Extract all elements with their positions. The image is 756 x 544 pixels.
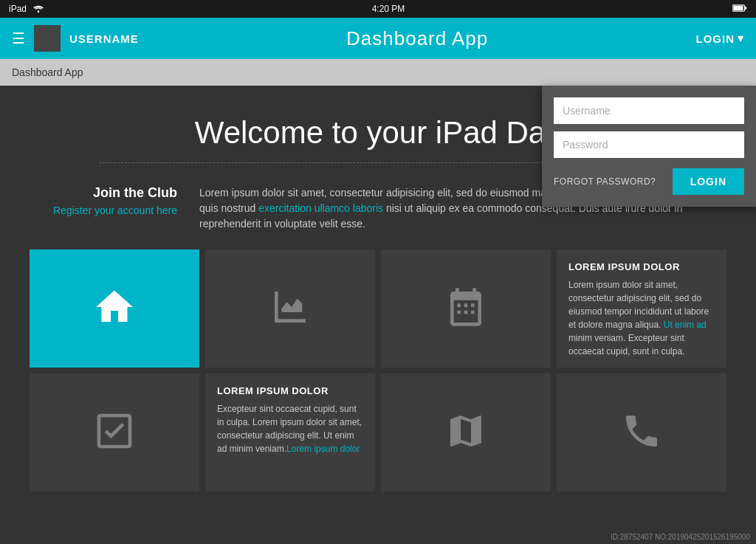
svg-point-0 [38,10,40,13]
grid-item-chart[interactable] [205,249,375,368]
status-time: 4:20 PM [372,4,405,14]
username-input[interactable] [554,97,744,124]
battery-icon [732,4,747,15]
phone-icon [621,410,662,455]
login-submit-button[interactable]: LOGIN [673,168,744,195]
svg-rect-2 [745,7,747,9]
status-right [732,4,747,15]
join-left: Join the Club Register your account here [30,185,177,232]
status-left: iPad [9,4,44,15]
grid-text-body1: Lorem ipsum dolor sit amet, consectetur … [568,278,715,358]
watermark: ID:28752407 NO:20190425201526195000 [611,533,750,541]
grid-item-map[interactable] [381,373,551,492]
grid-item-calendar[interactable] [381,249,551,368]
header-title: Dashboard App [346,27,488,50]
svg-rect-3 [733,6,743,10]
join-heading: Join the Club [30,185,177,201]
status-bar: iPad 4:20 PM [0,0,756,18]
map-icon [445,410,487,455]
grid-text-link2[interactable]: Lorem ipsum dolor [286,444,360,454]
grid-item-phone[interactable] [557,373,726,492]
wifi-icon [32,4,44,15]
chevron-down-icon: ▾ [738,32,744,45]
login-header-button[interactable]: LOGIN ▾ [696,32,745,45]
login-dropdown: FORGOT PASSWORD? LOGIN [542,86,756,207]
forgot-password-link[interactable]: FORGOT PASSWORD? [554,176,656,187]
login-actions: FORGOT PASSWORD? LOGIN [554,168,744,195]
join-inline-link[interactable]: exercitation ullamco laboris [258,202,383,214]
check-icon [94,410,135,455]
grid-text-body2: Excepteur sint occaecat cupid, sunt in c… [217,402,363,455]
hamburger-icon[interactable]: ☰ [12,30,25,47]
grid-item-home[interactable] [30,249,199,368]
calendar-icon [445,286,487,331]
user-badge [34,25,61,52]
home-icon [92,285,137,332]
register-link[interactable]: Register your account here [53,204,177,216]
grid-text-title1: LOREM IPSUM DOLOR [568,261,680,272]
grid-item-lorem2: LOREM IPSUM DOLOR Excepteur sint occaeca… [205,373,375,492]
chart-icon [269,286,311,331]
feature-grid: LOREM IPSUM DOLOR Lorem ipsum dolor sit … [30,249,726,492]
header: ☰ USERNAME Dashboard App LOGIN ▾ [0,18,756,59]
grid-item-lorem1: LOREM IPSUM DOLOR Lorem ipsum dolor sit … [557,249,726,368]
grid-text-link1[interactable]: Ut enim ad [664,320,707,330]
ipad-label: iPad [9,4,27,14]
header-left: ☰ USERNAME [12,25,139,52]
breadcrumb-arrow [89,59,101,86]
password-input[interactable] [554,131,744,158]
breadcrumb-text: Dashboard App [12,66,83,78]
username-label: USERNAME [69,32,139,45]
grid-item-check[interactable] [30,373,199,492]
main-content: Welcome to your iPad Das Join the Club R… [0,86,756,544]
breadcrumb: Dashboard App [0,59,756,86]
grid-text-title2: LOREM IPSUM DOLOR [217,385,329,396]
